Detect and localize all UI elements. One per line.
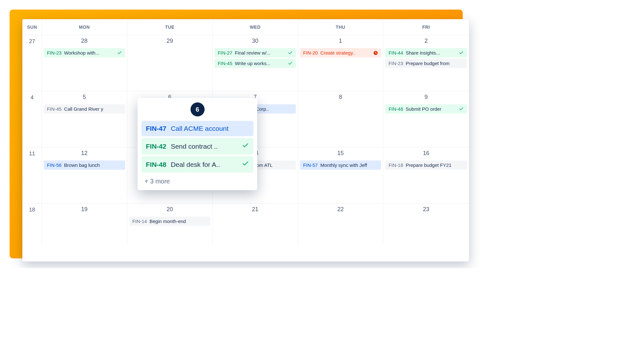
event-title: Prepare budget from bbox=[406, 61, 464, 66]
day-cell[interactable]: 22 bbox=[298, 204, 384, 245]
calendar-event[interactable]: FIN-23Prepare budget from bbox=[385, 59, 467, 68]
event-key: FIN-23 bbox=[388, 61, 403, 66]
event-key: FIN-48 bbox=[388, 106, 403, 112]
event-title: Final review w/... bbox=[235, 50, 285, 56]
popover-event[interactable]: FIN-42Send contract .. bbox=[141, 138, 253, 154]
event-title: Workshop with... bbox=[64, 50, 115, 56]
event-title: Deal desk for A.. bbox=[171, 161, 237, 168]
event-title: Call ACME account bbox=[171, 125, 249, 132]
event-key: FIN-47 bbox=[146, 125, 166, 132]
day-number: 16 bbox=[385, 150, 467, 157]
calendar-card: SUN MON TUE WED THU FRI 2728FIN-23Worksh… bbox=[22, 19, 469, 262]
calendar-event[interactable]: FIN-20Create strategy.. bbox=[300, 48, 381, 57]
event-key: FIN-56 bbox=[47, 162, 62, 168]
weekday-header: FRI bbox=[383, 19, 469, 35]
clock-icon bbox=[373, 51, 378, 55]
event-key: FIN-18 bbox=[388, 162, 403, 168]
event-title: Call Grand River y bbox=[64, 106, 122, 112]
event-title: Prepare budget FY21 bbox=[406, 162, 464, 168]
day-number: 29 bbox=[129, 38, 211, 44]
calendar-event[interactable]: FIN-14Begin month-end bbox=[129, 217, 211, 226]
day-cell[interactable]: 12FIN-56Brown bag lunch bbox=[42, 147, 127, 203]
event-key: FIN-44 bbox=[388, 50, 403, 56]
calendar-event[interactable]: FIN-27Final review w/... bbox=[214, 48, 296, 57]
event-title: Create strategy.. bbox=[320, 50, 371, 56]
week-row: 2728FIN-23Workshop with...2930FIN-27Fina… bbox=[23, 35, 469, 91]
day-cell[interactable]: 29 bbox=[127, 35, 213, 91]
sunday-date-cell[interactable]: 11 bbox=[23, 147, 42, 203]
event-key: FIN-20 bbox=[303, 50, 318, 56]
event-key: FIN-27 bbox=[218, 50, 232, 56]
day-cell[interactable]: 28FIN-23Workshop with... bbox=[42, 35, 127, 91]
event-title: Send contract .. bbox=[171, 143, 237, 150]
day-number: 1 bbox=[300, 38, 381, 44]
day-number: 5 bbox=[44, 94, 125, 100]
weekday-header: TUE bbox=[127, 19, 213, 35]
popover-more-link[interactable]: + 3 more bbox=[140, 175, 255, 186]
day-cell[interactable]: 20FIN-14Begin month-end bbox=[127, 204, 213, 245]
day-number: 28 bbox=[44, 38, 125, 44]
calendar-event[interactable]: FIN-48Submit PO order bbox=[385, 104, 467, 114]
calendar-event[interactable]: FIN-56Brown bag lunch bbox=[44, 160, 125, 170]
event-title: Begin month-end bbox=[149, 219, 207, 224]
event-title: Submit PO order bbox=[406, 106, 456, 112]
check-icon bbox=[242, 160, 249, 169]
event-key: FIN-57 bbox=[303, 162, 318, 168]
event-key: FIN-14 bbox=[132, 219, 147, 224]
calendar-event[interactable]: FIN-45Call Grand River y bbox=[44, 104, 125, 114]
popover-date-badge: 6 bbox=[191, 102, 205, 116]
day-number: 2 bbox=[385, 38, 467, 44]
calendar-event[interactable]: FIN-18Prepare budget FY21 bbox=[385, 160, 467, 170]
day-cell[interactable]: 8 bbox=[298, 91, 384, 147]
day-cell[interactable]: 23 bbox=[383, 204, 469, 245]
weekday-header: WED bbox=[213, 19, 298, 35]
day-cell[interactable]: 19 bbox=[42, 204, 127, 245]
day-cell[interactable]: 15FIN-57Monthly sync with Jeff bbox=[298, 147, 384, 203]
day-cell[interactable]: 30FIN-27Final review w/...FIN-45Write up… bbox=[213, 35, 298, 91]
day-events-popover[interactable]: 6 FIN-47Call ACME accountFIN-42Send cont… bbox=[138, 98, 257, 190]
day-number: 22 bbox=[300, 206, 381, 213]
sunday-date-cell[interactable]: 4 bbox=[23, 91, 42, 147]
event-key: FIN-23 bbox=[47, 50, 62, 56]
app-background-frame: SUN MON TUE WED THU FRI 2728FIN-23Worksh… bbox=[10, 10, 463, 258]
event-key: FIN-42 bbox=[146, 143, 166, 150]
event-key: FIN-48 bbox=[146, 161, 166, 168]
event-title: Monthly sync with Jeff bbox=[320, 162, 378, 168]
day-number: 8 bbox=[300, 94, 381, 100]
day-number: 20 bbox=[129, 206, 211, 213]
day-number: 19 bbox=[44, 206, 125, 213]
weekday-header-row: SUN MON TUE WED THU FRI bbox=[23, 19, 469, 35]
calendar-event[interactable]: FIN-23Workshop with... bbox=[44, 48, 125, 57]
day-number: 30 bbox=[214, 38, 296, 44]
day-cell[interactable]: 2FIN-44Share insights...FIN-23Prepare bu… bbox=[383, 35, 469, 91]
check-icon bbox=[288, 61, 293, 66]
day-number: 21 bbox=[214, 206, 296, 213]
day-cell[interactable]: 9FIN-48Submit PO order bbox=[383, 91, 469, 147]
weekday-header: SUN bbox=[23, 19, 42, 35]
sunday-date-cell[interactable]: 27 bbox=[23, 35, 42, 91]
popover-event[interactable]: FIN-47Call ACME account bbox=[141, 121, 253, 136]
calendar-event[interactable]: FIN-45Write up works... bbox=[214, 59, 296, 68]
day-cell[interactable]: 5FIN-45Call Grand River y bbox=[42, 91, 127, 147]
popover-events-list: FIN-47Call ACME accountFIN-42Send contra… bbox=[140, 121, 255, 173]
day-number: 12 bbox=[44, 150, 125, 157]
weekday-header: MON bbox=[42, 19, 127, 35]
day-number: 15 bbox=[300, 150, 381, 157]
sunday-date-cell[interactable]: 18 bbox=[23, 204, 42, 245]
event-key: FIN-45 bbox=[47, 106, 62, 112]
day-cell[interactable]: 21 bbox=[213, 204, 298, 245]
event-title: Brown bag lunch bbox=[64, 162, 122, 168]
weekday-header: THU bbox=[298, 19, 384, 35]
day-cell[interactable]: 1FIN-20Create strategy.. bbox=[298, 35, 384, 91]
check-icon bbox=[242, 142, 249, 151]
popover-event[interactable]: FIN-48Deal desk for A.. bbox=[141, 156, 253, 173]
day-number: 23 bbox=[385, 206, 467, 213]
calendar-event[interactable]: FIN-44Share insights... bbox=[385, 48, 467, 57]
event-key: FIN-45 bbox=[218, 61, 232, 66]
day-cell[interactable]: 16FIN-18Prepare budget FY21 bbox=[383, 147, 469, 203]
calendar-event[interactable]: FIN-57Monthly sync with Jeff bbox=[300, 160, 381, 170]
event-title: Share insights... bbox=[406, 50, 456, 56]
day-number: 9 bbox=[385, 94, 467, 100]
week-row: 181920FIN-14Begin month-end212223 bbox=[23, 204, 469, 245]
check-icon bbox=[288, 50, 293, 55]
